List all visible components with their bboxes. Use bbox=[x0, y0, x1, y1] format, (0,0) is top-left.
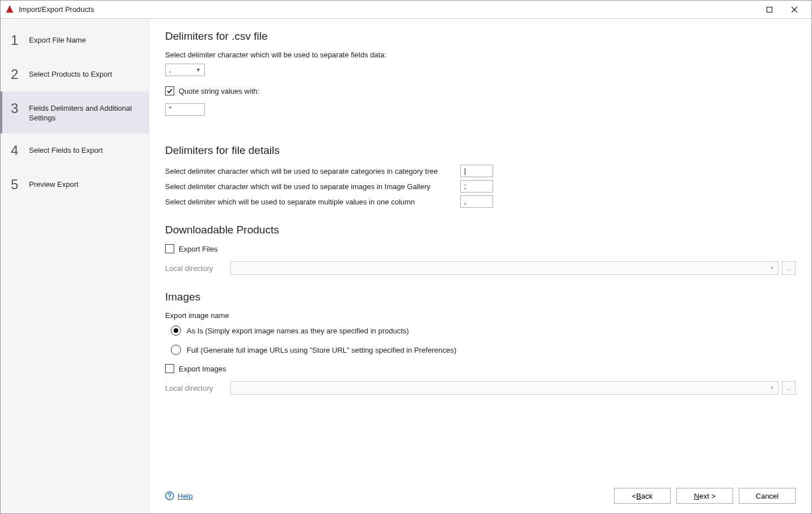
svg-rect-0 bbox=[767, 7, 772, 12]
images-local-dir-combo: ▼ bbox=[230, 381, 779, 395]
export-images-checkbox[interactable] bbox=[165, 364, 174, 373]
cat-delim-input[interactable] bbox=[460, 165, 493, 177]
check-icon bbox=[166, 87, 173, 94]
step-label: Preview Export bbox=[24, 178, 78, 190]
back-button[interactable]: < Back bbox=[614, 488, 671, 504]
details-heading: Delimiters for file details bbox=[165, 144, 796, 157]
help-link[interactable]: Help bbox=[165, 491, 193, 500]
csv-delimiter-value: , bbox=[169, 66, 171, 74]
wizard-window: Import/Export Products 1 Export File Nam… bbox=[0, 0, 812, 514]
step-5-preview-export[interactable]: 5 Preview Export bbox=[1, 168, 149, 202]
step-number: 1 bbox=[11, 34, 24, 47]
chevron-down-icon: ▼ bbox=[769, 385, 775, 391]
step-number: 4 bbox=[11, 144, 24, 157]
step-number: 2 bbox=[11, 68, 24, 81]
close-icon bbox=[792, 7, 797, 12]
download-browse-button: ... bbox=[782, 261, 796, 275]
step-2-select-products[interactable]: 2 Select Products to Export bbox=[1, 57, 149, 91]
images-local-dir-label: Local directory bbox=[165, 384, 230, 392]
radio-full-label: Full (Generate full image URLs using "St… bbox=[187, 346, 456, 354]
export-files-checkbox[interactable] bbox=[165, 244, 174, 253]
wizard-sidebar: 1 Export File Name 2 Select Products to … bbox=[1, 19, 149, 513]
wizard-main: Delimiters for .csv file Select delimite… bbox=[149, 19, 811, 513]
step-number: 5 bbox=[11, 178, 24, 191]
close-button[interactable] bbox=[782, 1, 807, 19]
step-4-select-fields[interactable]: 4 Select Fields to Export bbox=[1, 133, 149, 168]
step-label: Export File Name bbox=[24, 34, 86, 45]
step-label: Select Products to Export bbox=[24, 68, 112, 80]
app-icon bbox=[5, 5, 14, 14]
titlebar: Import/Export Products bbox=[1, 1, 811, 19]
export-images-label: Export Images bbox=[179, 365, 226, 373]
maximize-icon bbox=[767, 7, 772, 12]
wizard-content: Delimiters for .csv file Select delimite… bbox=[149, 19, 811, 484]
multi-delim-label: Select delimiter which will be used to s… bbox=[165, 198, 460, 206]
wizard-footer: Help < Back Next > Cancel bbox=[149, 484, 811, 513]
step-label: Select Fields to Export bbox=[24, 144, 103, 156]
chevron-down-icon: ▼ bbox=[769, 265, 775, 271]
csv-select-label: Select delimiter character which will be… bbox=[165, 51, 796, 59]
next-button[interactable]: Next > bbox=[676, 488, 733, 504]
quote-strings-checkbox[interactable] bbox=[165, 86, 174, 95]
quote-char-input[interactable] bbox=[165, 103, 205, 116]
cancel-button[interactable]: Cancel bbox=[739, 488, 796, 504]
maximize-button[interactable] bbox=[757, 1, 782, 19]
step-1-export-file-name[interactable]: 1 Export File Name bbox=[1, 23, 149, 57]
downloadable-heading: Downloadable Products bbox=[165, 224, 796, 236]
window-title: Import/Export Products bbox=[19, 5, 757, 14]
download-local-dir-label: Local directory bbox=[165, 264, 230, 273]
radio-as-is-label: As Is (Simply export image names as they… bbox=[187, 327, 409, 335]
img-delim-input[interactable] bbox=[460, 180, 493, 193]
multi-delim-input[interactable] bbox=[460, 195, 493, 208]
step-3-fields-delimiters[interactable]: 3 Fields Delimiters and Additional Setti… bbox=[1, 91, 149, 133]
cat-delim-label: Select delimiter character which will be… bbox=[165, 167, 460, 175]
csv-delimiter-dropdown[interactable]: , ▼ bbox=[165, 64, 205, 76]
quote-strings-label: Quote string values with: bbox=[179, 87, 259, 95]
chevron-down-icon: ▼ bbox=[196, 67, 201, 73]
export-image-name-label: Export image name bbox=[165, 311, 796, 320]
step-number: 3 bbox=[11, 102, 24, 115]
download-local-dir-combo: ▼ bbox=[230, 261, 779, 275]
svg-point-4 bbox=[169, 498, 170, 499]
img-delim-label: Select delimiter character which will be… bbox=[165, 182, 460, 191]
help-icon bbox=[165, 491, 174, 500]
csv-heading: Delimiters for .csv file bbox=[165, 30, 796, 43]
export-files-label: Export Files bbox=[179, 245, 218, 253]
help-label: Help bbox=[178, 492, 193, 500]
radio-full[interactable] bbox=[171, 345, 181, 355]
images-heading: Images bbox=[165, 291, 796, 303]
step-label: Fields Delimiters and Additional Setting… bbox=[24, 102, 140, 123]
wizard-body: 1 Export File Name 2 Select Products to … bbox=[1, 19, 811, 513]
images-browse-button: ... bbox=[782, 381, 796, 395]
radio-as-is[interactable] bbox=[171, 325, 181, 336]
